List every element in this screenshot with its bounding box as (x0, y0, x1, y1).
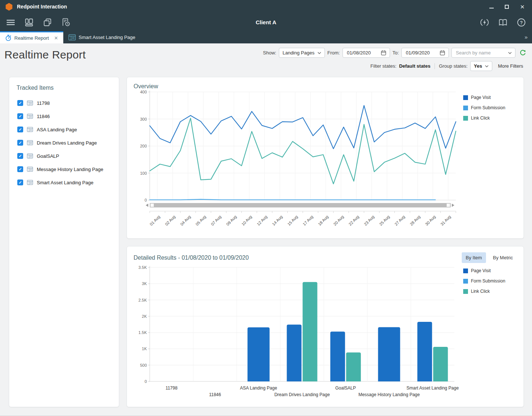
x-axis-label: 09 Aug (225, 214, 237, 227)
series-link-click (150, 118, 456, 184)
x-axis-label: 25 Aug (378, 214, 390, 227)
tracked-item-row[interactable]: ✓ Smart Asset Landing Page (15, 176, 113, 189)
legend-label: Link Click (471, 115, 490, 121)
content-area: Tracked Items ✓ 11798 ✓ 11846 (0, 72, 532, 407)
chart-scrollbar[interactable] (150, 203, 451, 207)
title-bar: Redpoint Interaction ✕ (0, 0, 532, 13)
legend-item[interactable]: Form Submission (463, 105, 517, 110)
item-checkbox[interactable]: ✓ (17, 127, 23, 132)
to-date-field[interactable] (401, 48, 449, 58)
nav-menu-button[interactable] (5, 17, 16, 28)
help-mark: ? (520, 20, 523, 25)
landing-page-icon (27, 167, 33, 172)
tab-realtime-report[interactable]: Realtime Report ✕ (0, 31, 63, 43)
y-axis-label: 0 (145, 198, 147, 202)
y-axis-label: 1.5K (138, 330, 147, 335)
bar-page-visit (417, 322, 432, 381)
legend-label: Form Submission (471, 105, 505, 110)
documentation-button[interactable] (497, 17, 508, 28)
x-axis-label: Smart Asset Landing Page (407, 385, 459, 391)
maximize-button[interactable] (505, 5, 509, 9)
tracked-item-row[interactable]: ✓ Dream Drives Landing Page (15, 136, 113, 149)
tab-strip: Realtime Report ✕ Smart Asset Landing Pa… (0, 31, 532, 43)
tracked-item-row[interactable]: ✓ 11798 (15, 96, 113, 110)
landing-page-icon (27, 100, 33, 106)
calendar-icon[interactable] (381, 50, 386, 56)
item-checkbox[interactable]: ✓ (17, 100, 23, 106)
tab-label: Realtime Report (14, 35, 49, 41)
cards-icon (25, 18, 33, 26)
chevron-down-icon (485, 65, 489, 67)
tracked-item-row[interactable]: ✓ GoalSALP (15, 149, 113, 163)
y-axis-label: 3.5K (138, 265, 147, 270)
tracked-item-row[interactable]: ✓ 11846 (15, 110, 113, 123)
overview-title: Overview (134, 83, 517, 90)
api-status-button[interactable] (479, 17, 490, 28)
group-states-select[interactable]: Yes (470, 61, 492, 71)
scrollbar-left-arrow[interactable] (146, 204, 148, 207)
legend-item[interactable]: Form Submission (463, 278, 517, 284)
tab-close-icon[interactable]: ✕ (54, 35, 58, 41)
scrollbar-right-arrow[interactable] (452, 204, 454, 207)
legend-item[interactable]: Link Click (463, 115, 517, 121)
by-item-button[interactable]: By Item (462, 252, 486, 263)
bar-page-visit (330, 331, 345, 381)
by-metric-button[interactable]: By Metric (489, 252, 517, 263)
chevron-down-icon[interactable] (508, 52, 512, 54)
landing-page-icon (27, 114, 33, 119)
legend-swatch (463, 95, 468, 100)
from-label: From: (327, 50, 340, 56)
designer-button[interactable] (24, 17, 35, 28)
from-date-input[interactable] (346, 50, 378, 56)
group-states-label: Group states: (439, 63, 468, 69)
refresh-icon[interactable] (519, 50, 526, 56)
help-button[interactable]: ? (516, 17, 527, 28)
tracked-item-row[interactable]: ✓ ASA Landing Page (15, 123, 113, 136)
toolbar: Client A (0, 13, 532, 31)
tab-smart-asset-landing-page[interactable]: Smart Asset Landing Page (63, 31, 141, 43)
item-checkbox[interactable]: ✓ (17, 153, 23, 159)
landing-page-icon (27, 153, 33, 159)
search-field[interactable] (451, 48, 515, 58)
item-checkbox[interactable]: ✓ (17, 179, 23, 185)
x-axis-label: 17 Aug (302, 214, 314, 227)
client-name: Client A (0, 19, 532, 25)
x-axis-label: 20 Aug (333, 214, 345, 227)
legend-item[interactable]: Link Click (463, 289, 517, 294)
tracked-items-title: Tracked Items (17, 85, 113, 91)
series-form-submission (150, 199, 436, 200)
item-checkbox[interactable]: ✓ (17, 166, 23, 172)
search-input[interactable] (455, 50, 505, 56)
tracked-item-label: Message History Landing Page (37, 167, 103, 172)
y-axis-label: 0 (145, 379, 147, 384)
x-axis-label: 15 Aug (287, 214, 299, 227)
to-date-input[interactable] (405, 50, 437, 56)
bar-page-visit (287, 324, 302, 381)
y-axis-label: 3K (142, 281, 147, 286)
overview-line-chart: 010020030040001 Aug02 Aug04 Aug05 Aug07 … (134, 90, 459, 227)
legend-item[interactable]: Page Visit (463, 268, 517, 273)
x-axis-label: 11846 (209, 392, 221, 397)
more-filters-button[interactable]: More Filters (495, 62, 526, 70)
chevron-down-icon (318, 52, 321, 54)
show-select[interactable]: Landing Pages (279, 48, 325, 58)
tracked-item-label: 11846 (37, 114, 50, 119)
from-date-field[interactable] (343, 48, 390, 58)
y-axis-label: 100 (140, 171, 147, 175)
divider (435, 63, 435, 69)
x-axis-label: 10 Aug (241, 214, 253, 227)
item-checkbox[interactable]: ✓ (17, 140, 23, 146)
y-axis-label: 500 (140, 363, 147, 367)
tab-overflow-chevrons[interactable]: » (525, 34, 528, 40)
scheduled-report-button[interactable] (60, 17, 71, 28)
calendar-icon[interactable] (440, 50, 445, 56)
minimize-button[interactable] (489, 8, 494, 8)
overview-panel: Overview 010020030040001 Aug02 Aug04 Aug… (127, 77, 524, 239)
item-checkbox[interactable]: ✓ (17, 113, 23, 119)
pages-button[interactable] (42, 17, 53, 28)
filter-states-value[interactable]: Default states (399, 63, 430, 69)
close-button[interactable]: ✕ (520, 4, 525, 10)
legend-item[interactable]: Page Visit (463, 95, 517, 100)
tracked-item-row[interactable]: ✓ Message History Landing Page (15, 163, 113, 176)
view-toggle: By Item By Metric (462, 252, 517, 263)
